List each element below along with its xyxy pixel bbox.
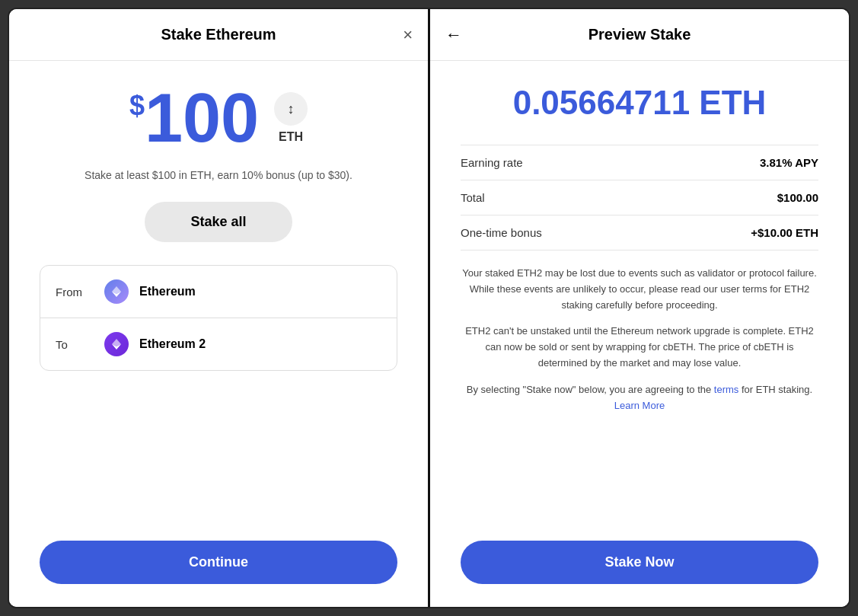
currency-label: ETH: [279, 130, 303, 144]
right-panel: ← Preview Stake 0.05664711 ETH Earning r…: [430, 9, 849, 607]
from-coin-name: Ethereum: [139, 285, 196, 298]
disclaimer2-text: ETH2 can't be unstaked until the Ethereu…: [461, 324, 818, 371]
total-value: $100.00: [777, 191, 818, 204]
to-coin-name: Ethereum 2: [139, 337, 206, 351]
right-title: Preview Stake: [588, 26, 691, 43]
from-row: From Ethereum: [40, 266, 397, 318]
currency-toggle: ↕ ETH: [274, 92, 308, 144]
amount-number: 100: [145, 84, 259, 152]
disclaimer1-text: Your staked ETH2 may be lost due to even…: [461, 266, 818, 313]
earning-rate-row: Earning rate 3.81% APY: [461, 145, 818, 180]
bonus-label: One-time bonus: [461, 226, 542, 239]
from-to-box: From Ethereum To: [40, 265, 397, 371]
terms-link[interactable]: terms: [714, 384, 739, 395]
terms-prefix: By selecting "Stake now" below, you are …: [467, 384, 714, 395]
to-label: To: [56, 338, 94, 351]
stake-now-button[interactable]: Stake Now: [461, 541, 818, 584]
ethereum-icon: [104, 279, 129, 304]
left-body: $ 100 ↕ ETH Stake at least $100 in ETH, …: [9, 61, 428, 607]
dollar-sign: $: [129, 90, 145, 122]
learn-more-link[interactable]: Learn More: [614, 400, 665, 411]
app-container: Stake Ethereum × $ 100 ↕ ETH Stake at le…: [8, 8, 850, 608]
terms-text: By selecting "Stake now" below, you are …: [461, 382, 818, 414]
left-panel: Stake Ethereum × $ 100 ↕ ETH Stake at le…: [9, 9, 430, 607]
continue-button[interactable]: Continue: [40, 541, 397, 584]
toggle-icon: ↕: [288, 101, 295, 117]
close-button[interactable]: ×: [403, 27, 413, 43]
ethereum2-icon: [104, 332, 129, 356]
bonus-value: +$10.00 ETH: [751, 226, 818, 239]
back-button[interactable]: ←: [445, 25, 462, 45]
right-body: 0.05664711 ETH Earning rate 3.81% APY To…: [430, 61, 849, 607]
earning-rate-label: Earning rate: [461, 156, 523, 169]
left-header: Stake Ethereum ×: [9, 9, 428, 61]
left-title: Stake Ethereum: [161, 26, 276, 43]
eth-amount-display: 0.05664711 ETH: [461, 84, 818, 122]
terms-middle: for ETH staking.: [738, 384, 812, 395]
right-header: ← Preview Stake: [430, 9, 849, 61]
total-label: Total: [461, 191, 485, 204]
bonus-row: One-time bonus +$10.00 ETH: [461, 215, 818, 251]
earning-rate-value: 3.81% APY: [760, 156, 818, 169]
amount-section: $ 100 ↕ ETH: [40, 84, 397, 152]
amount-display: $ 100: [129, 84, 259, 152]
to-row: To Ethereum 2: [40, 318, 397, 370]
bonus-text: Stake at least $100 in ETH, earn 10% bon…: [85, 168, 352, 184]
total-row: Total $100.00: [461, 180, 818, 215]
stake-all-button[interactable]: Stake all: [145, 202, 292, 242]
currency-toggle-button[interactable]: ↕: [274, 92, 308, 126]
from-label: From: [56, 286, 94, 298]
